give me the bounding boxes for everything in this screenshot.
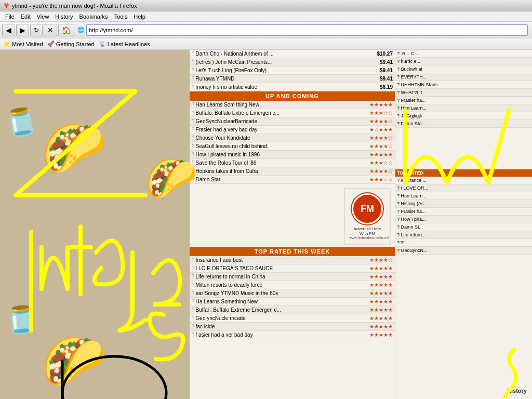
list-item[interactable]: ? Geo yncNucle rricade ★★★★★ [190, 314, 395, 323]
list-item[interactable]: ? Runawa YTMND $9.41 [190, 75, 395, 83]
fm-logo: FM [352, 193, 383, 224]
list-item[interactable]: ? Darth Cho - National Anthem of ... $10… [190, 50, 395, 58]
right-list-item[interactable]: ? GeoSyncN... [395, 247, 532, 255]
list-item[interactable]: ? Han Learns Som thing New ★★★★★ [190, 101, 395, 109]
right-fm-spacer [395, 128, 532, 169]
taco-top: 🌮 [42, 117, 107, 179]
menu-view[interactable]: View [34, 12, 52, 21]
bookmark-most-visited[interactable]: ⭐ Most Visited [3, 41, 43, 47]
right-list-item[interactable]: ? WHAT?! It [395, 89, 532, 97]
list-item[interactable]: ? GeoSyncNuclearBarricade ★★★★☆ [190, 117, 395, 126]
left-panel: 🫙 🌮 🫙 🌮 🌮 [0, 50, 190, 399]
right-list-item[interactable]: ? How I pira... [395, 216, 532, 223]
menu-help[interactable]: Help [130, 12, 149, 21]
menu-bookmarks[interactable]: Bookmarks [76, 12, 111, 21]
menu-file[interactable]: File [2, 12, 18, 21]
menu-edit[interactable]: Edit [18, 12, 34, 21]
title-bar: 🦊 ytmnd - you're the man now dog! - Mozi… [0, 0, 532, 11]
home-button[interactable]: 🏠 [58, 24, 74, 36]
taco-bottom: 🌮 [42, 330, 107, 392]
right-list-item[interactable]: ? Insurance ... [395, 177, 532, 184]
list-item[interactable]: ? (refres ) John McCain Presents... $9.4… [190, 58, 395, 66]
right-list-item[interactable]: ? JHGgjkgjk [395, 112, 532, 120]
toolbar: ◀ ▶ ↻ ✕ 🏠 🌐 [0, 22, 532, 38]
address-input[interactable] [86, 24, 528, 36]
list-item[interactable]: ? Damn Star ★★★☆☆ [190, 176, 395, 184]
list-item[interactable]: ? Choose Your Kandidate ★★★★☆ [190, 134, 395, 142]
right-list-item[interactable]: ? Damn St... [395, 223, 532, 231]
list-item[interactable]: ? Buffalo: Buffalo Extre e Emergen c... … [190, 109, 395, 117]
list-item[interactable]: ? Milton resorts to deadly force ★★★★★ [190, 281, 395, 289]
right-top-rated-items: ? Insurance ... ? I LOVE OR... ? Han Lea… [395, 177, 532, 255]
top-rated-section: TOP RATED THIS WEEK ? Insurance f aud bu… [190, 247, 395, 339]
page-content: 🫙 🌮 🫙 🌮 🌮 ? Darth Cho - National Anthem … [0, 50, 532, 399]
right-top-rated-header: TOP RATED [395, 169, 532, 177]
fm-ad-text2: www.federatedmedia.net [349, 236, 385, 240]
list-item[interactable]: ? SeaGull leaves no child behind. ★★★★☆ [190, 142, 395, 151]
list-item[interactable]: ? Save the Rolos Tour of '86 ★★★☆☆ [190, 159, 395, 167]
right-list-item[interactable]: ? .R. . C... [395, 50, 532, 58]
list-item[interactable]: ? How I pirated music in 1996 ★★★★★ [190, 151, 395, 159]
list-item[interactable]: ? Life returns to normal in China ★★★★★ [190, 273, 395, 281]
top-rated-header: TOP RATED THIS WEEK [190, 247, 395, 256]
back-button[interactable]: ◀ [2, 24, 15, 36]
forward-button[interactable]: ▶ [16, 24, 29, 36]
bookmark-latest-headlines[interactable]: 📡 Latest Headlines [99, 41, 150, 47]
fm-ad-area: FM Advertise Here With FM www.federatedm… [190, 184, 395, 247]
main-list-content: ? Darth Cho - National Anthem of ... $10… [190, 50, 395, 399]
list-item[interactable]: ? f asier had a ver bad day ★★★★★ [190, 331, 395, 339]
top-items-section: ? Darth Cho - National Anthem of ... $10… [190, 50, 395, 91]
right-list-item[interactable]: ? Han Learn... [395, 104, 532, 112]
up-and-coming-header: UP AND COMING [190, 91, 395, 101]
list-item[interactable]: ? Frasier had a very bad day ★☆★★★ [190, 126, 395, 134]
bookmark-getting-started[interactable]: 🚀 Getting Started [47, 41, 95, 47]
list-item[interactable]: ? Hopkins takes it from Cuba ★★★★☆ [190, 167, 395, 176]
list-item[interactable]: ? Buffal : Buffalo Extreme Emergen c... … [190, 306, 395, 314]
star-icon: ⭐ [3, 41, 10, 47]
history-label[interactable]: History [507, 388, 527, 394]
right-list-item[interactable]: ? UHHHTMN Stairs [395, 81, 532, 89]
right-list-item[interactable]: ? I LOVE OR... [395, 184, 532, 192]
right-list-item[interactable]: ? Tr ... [395, 239, 532, 247]
right-list-item[interactable]: ? Han Learn... [395, 192, 532, 200]
right-list-item[interactable]: ? Life return... [395, 231, 532, 239]
list-item[interactable]: ? Let's T uch Ling (FireFox Only) $9.41 [190, 66, 395, 75]
right-panel: ? .R. . C... ? hurric e... ? Buckwh at ?… [395, 50, 532, 399]
list-item[interactable]: ? fac icide ★★★★★ [190, 323, 395, 331]
up-and-coming-section: UP AND COMING ? Han Learns Som thing New… [190, 91, 395, 184]
browser-icon: 🦊 [3, 3, 9, 8]
menu-tools[interactable]: Tools [111, 12, 131, 21]
list-item[interactable]: ? Ha Learns Something New ★★★★★ [190, 298, 395, 306]
bookmarks-bar: ⭐ Most Visited 🚀 Getting Started 📡 Lates… [0, 38, 532, 50]
list-item[interactable]: ? money h s no artistic value $6.19 [190, 83, 395, 91]
fm-ad-box: FM Advertise Here With FM www.federatedm… [344, 188, 391, 245]
sauce-bottle-middle-left: 🫙 [4, 303, 39, 336]
right-up-coming-items: ? .R. . C... ? hurric e... ? Buckwh at ?… [395, 50, 532, 128]
right-list-item[interactable]: ? History (As... [395, 200, 532, 208]
list-item[interactable]: ? Insurance f aud bust ★★★★☆ [190, 256, 395, 264]
menu-bar: File Edit View History Bookmarks Tools H… [0, 11, 532, 22]
fm-ad-text1: Advertise Here With FM [349, 227, 385, 236]
list-item[interactable]: ? I LO E ORTEGA'S TACO SAUCE ★★★★★ [190, 264, 395, 273]
right-list-item[interactable]: ? Frasier ha... [395, 208, 532, 216]
taco-right-mid: 🌮 [145, 154, 197, 203]
window-title: ytmnd - you're the man now dog! - Mozill… [12, 3, 137, 9]
address-label: 🌐 [77, 26, 85, 33]
rocket-icon: 🚀 [47, 41, 55, 47]
list-item[interactable]: ? ear Songz YTMND Music in the 80s ★★★★★ [190, 289, 395, 298]
stop-button[interactable]: ✕ [44, 24, 57, 36]
right-list-item[interactable]: ? Damn Sta... [395, 120, 532, 128]
sauce-bottle-top-left: 🫙 [3, 104, 39, 140]
address-bar-container: 🌐 [77, 24, 528, 36]
right-list-item[interactable]: ? Frasier ha... [395, 97, 532, 104]
reload-button[interactable]: ↻ [30, 24, 43, 36]
menu-history[interactable]: History [52, 12, 76, 21]
right-list-item[interactable]: ? Buckwh at [395, 65, 532, 73]
right-list-item[interactable]: ? EVERYTH... [395, 73, 532, 81]
right-list-item[interactable]: ? hurric e... [395, 58, 532, 65]
rss-icon: 📡 [99, 41, 106, 47]
